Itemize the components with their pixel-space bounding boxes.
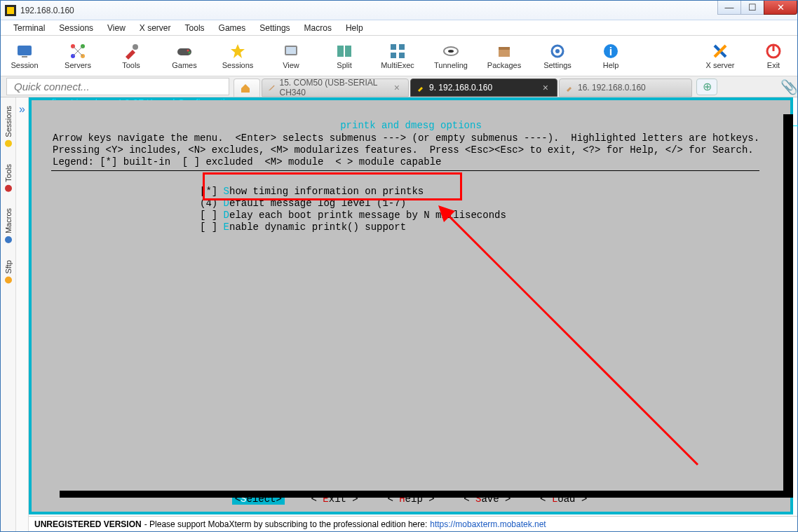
titlebar: 192.168.0.160 — ☐ ✕: [1, 1, 797, 20]
toolbar-xserver[interactable]: X server: [703, 43, 737, 69]
sidebar: Sessions Tools Macros Sftp: [1, 97, 16, 531]
minimize-button[interactable]: —: [717, 1, 741, 15]
menu-terminal[interactable]: Terminal: [6, 21, 52, 35]
menu-items: [*] Show timing information on printks (…: [53, 186, 769, 233]
toolbar-exit[interactable]: Exit: [757, 43, 790, 69]
shadow-right: [783, 114, 793, 498]
toolbar-games[interactable]: Games: [168, 43, 201, 69]
home-icon: [240, 83, 251, 94]
svg-point-12: [187, 49, 189, 51]
close-icon[interactable]: ×: [543, 82, 548, 93]
window-title: 192.168.0.160: [20, 6, 718, 15]
gamepad-icon: [176, 43, 193, 60]
svg-text:i: i: [609, 46, 612, 57]
split-icon: [336, 43, 353, 60]
toolbar-tools[interactable]: Tools: [114, 43, 148, 69]
pencil-icon: [268, 83, 275, 92]
multiexec-icon: [389, 43, 406, 60]
menu-games[interactable]: Games: [212, 21, 253, 35]
svg-rect-21: [399, 53, 405, 58]
power-icon: [765, 43, 782, 60]
toolbar-servers[interactable]: Servers: [61, 43, 95, 69]
menu-item[interactable]: [ ] Enable dynamic printk() support: [200, 221, 769, 233]
servers-icon: [69, 43, 86, 60]
instructions: Arrow keys navigate the menu. <Enter> se…: [32, 131, 790, 172]
app-icon: [5, 5, 16, 16]
tunnel-icon: [442, 43, 459, 60]
package-icon: [496, 43, 513, 60]
menu-tools[interactable]: Tools: [178, 21, 212, 35]
footer: UNREGISTERED VERSION - Please support Mo…: [29, 516, 797, 531]
toolbar-split[interactable]: Split: [327, 43, 361, 69]
svg-rect-18: [391, 44, 396, 50]
svg-rect-19: [399, 44, 405, 50]
svg-line-32: [445, 212, 698, 465]
wrench-icon: [417, 83, 425, 92]
view-icon: [283, 43, 299, 60]
menu-macros[interactable]: Macros: [297, 21, 339, 35]
page-title: printk and dmesg options: [32, 120, 790, 131]
toolbar-session[interactable]: Session: [8, 43, 41, 69]
star-icon: [229, 43, 246, 60]
svg-rect-2: [18, 46, 32, 55]
menu-item[interactable]: [*] Show timing information on printks: [200, 186, 769, 198]
toolbar-sessions[interactable]: Sessions: [221, 43, 255, 69]
paperclip-icon[interactable]: 📎: [780, 76, 797, 97]
close-button[interactable]: ✕: [764, 1, 797, 15]
svg-point-23: [448, 50, 454, 53]
expand-sidebar-button[interactable]: »: [16, 97, 29, 531]
svg-rect-3: [22, 56, 27, 57]
tools-icon: [123, 43, 140, 60]
footer-link[interactable]: https://mobaxterm.mobatek.net: [430, 519, 546, 529]
menu-item[interactable]: (4) Default message log level (1-7): [200, 198, 769, 210]
x-icon: [712, 43, 729, 60]
terminal[interactable]: .config - Linux/arm 4.9.37 Kernel Config…: [29, 97, 797, 531]
menubar: Terminal Sessions View X server Tools Ga…: [1, 20, 797, 36]
sidebar-sftp[interactable]: Sftp: [3, 252, 14, 292]
toolbar-multiexec[interactable]: MultiExec: [381, 43, 414, 69]
sidebar-sessions[interactable]: Sessions: [3, 97, 14, 156]
svg-point-10: [133, 44, 138, 50]
divider: [51, 170, 759, 171]
svg-rect-20: [391, 53, 396, 58]
svg-point-13: [189, 51, 191, 53]
svg-rect-25: [499, 47, 510, 50]
maximize-button[interactable]: ☐: [740, 1, 764, 15]
svg-rect-17: [345, 46, 351, 57]
sidebar-macros[interactable]: Macros: [3, 200, 14, 252]
menu-xserver[interactable]: X server: [133, 21, 178, 35]
tabs: 15. COM50 (USB-SERIAL CH340× 9. 192.168.…: [232, 76, 780, 97]
menu-item[interactable]: [ ] Delay each boot printk message by N …: [200, 210, 769, 221]
sidebar-tools[interactable]: Tools: [3, 156, 14, 200]
toolbar-settings[interactable]: Settings: [541, 43, 574, 69]
new-tab-button[interactable]: ⊕: [696, 79, 717, 95]
svg-rect-1: [7, 7, 14, 14]
menu-help[interactable]: Help: [339, 21, 370, 35]
svg-point-27: [555, 49, 560, 53]
svg-rect-16: [337, 46, 344, 57]
svg-rect-15: [286, 47, 296, 54]
gear-icon: [549, 43, 566, 60]
menu-settings[interactable]: Settings: [252, 21, 297, 35]
toolbar-view[interactable]: View: [274, 43, 308, 69]
monitor-icon: [16, 43, 33, 60]
wrench-icon: [565, 83, 574, 92]
toolbar-packages[interactable]: Packages: [487, 43, 521, 69]
shadow-bottom: [60, 491, 793, 498]
toolbar: Session Servers Tools Games Sessions Vie…: [1, 36, 797, 76]
quick-connect-input[interactable]: [6, 78, 229, 95]
toolbar-help[interactable]: iHelp: [594, 43, 628, 69]
annotation-arrow: [438, 205, 705, 472]
toolbar-tunneling[interactable]: Tunneling: [434, 43, 468, 69]
help-icon: i: [602, 43, 619, 60]
menu-view[interactable]: View: [100, 21, 133, 35]
menu-sessions[interactable]: Sessions: [52, 21, 100, 35]
close-icon[interactable]: ×: [394, 82, 400, 93]
